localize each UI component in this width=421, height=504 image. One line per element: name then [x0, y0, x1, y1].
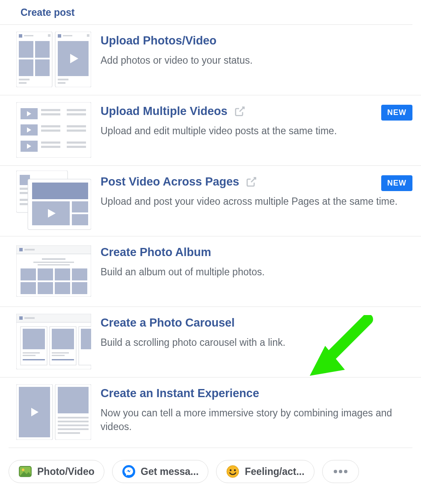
option-upload-photos-video[interactable]: Upload Photos/Video Add photos or video … [0, 25, 421, 95]
svg-rect-51 [19, 248, 23, 251]
option-create-instant-experience[interactable]: Create an Instant Experience Now you can… [0, 377, 421, 448]
svg-rect-66 [19, 316, 23, 320]
svg-rect-16 [58, 79, 68, 80]
svg-rect-9 [19, 82, 27, 84]
svg-rect-88 [58, 421, 89, 422]
photo-icon [18, 465, 32, 478]
pill-get-messages[interactable]: Get messa... [112, 460, 209, 483]
option-upload-multiple-videos[interactable]: Upload Multiple Videos Upload and edit m… [0, 95, 421, 166]
svg-rect-47 [72, 201, 88, 212]
svg-rect-76 [52, 355, 65, 356]
footer-pills: Photo/Video Get messa... Fe [0, 451, 421, 483]
option-create-photo-album[interactable]: Create Photo Album Build an album out of… [0, 236, 421, 307]
svg-rect-55 [38, 264, 70, 265]
external-link-icon [245, 176, 257, 188]
option-desc: Add photos or video to your status. [101, 53, 412, 67]
svg-rect-44 [32, 183, 88, 199]
svg-rect-2 [24, 35, 33, 36]
svg-rect-36 [67, 146, 86, 148]
post-options-list: Upload Photos/Video Add photos or video … [0, 25, 421, 448]
svg-rect-86 [58, 387, 89, 413]
option-desc: Upload and post your video across multip… [101, 195, 412, 208]
svg-rect-67 [24, 317, 35, 319]
svg-rect-41 [20, 199, 28, 201]
thumb-multiple-videos [16, 102, 91, 158]
pill-label: Feeling/act... [245, 466, 304, 477]
svg-rect-90 [58, 428, 89, 430]
svg-rect-11 [58, 34, 61, 38]
svg-rect-33 [41, 141, 60, 144]
svg-rect-79 [81, 329, 91, 349]
thumb-crosspost [16, 173, 91, 228]
svg-rect-24 [67, 113, 86, 115]
svg-rect-8 [19, 79, 30, 80]
svg-rect-89 [58, 424, 89, 426]
svg-rect-87 [58, 417, 89, 419]
option-title: Create Photo Album [101, 246, 211, 259]
pill-more[interactable] [322, 460, 359, 483]
pill-label: Photo/Video [37, 466, 95, 477]
create-post-header[interactable]: Create post [0, 0, 412, 25]
ellipsis-icon [334, 470, 347, 473]
svg-rect-22 [41, 113, 60, 115]
external-link-icon [234, 106, 246, 118]
svg-rect-35 [67, 141, 86, 144]
svg-rect-29 [67, 125, 86, 127]
svg-rect-28 [41, 130, 60, 132]
pill-label: Get messa... [141, 466, 199, 477]
svg-rect-6 [19, 59, 33, 76]
svg-rect-52 [24, 249, 35, 251]
new-badge: NEW [381, 105, 412, 121]
option-post-video-across-pages[interactable]: Post Video Across Pages Upload and post … [0, 166, 421, 236]
option-title: Create a Photo Carousel [101, 316, 235, 330]
svg-rect-61 [38, 282, 53, 294]
svg-point-94 [22, 469, 24, 471]
svg-rect-74 [52, 329, 74, 349]
svg-rect-77 [52, 359, 74, 360]
svg-rect-59 [72, 268, 87, 280]
option-title: Upload Photos/Video [101, 34, 216, 47]
svg-rect-60 [21, 282, 36, 294]
svg-rect-13 [87, 34, 89, 37]
svg-rect-27 [41, 125, 60, 127]
smiley-icon [226, 465, 240, 478]
option-desc: Build an album out of multiple photos. [101, 265, 412, 279]
svg-rect-70 [23, 352, 40, 354]
header-title: Create post [21, 7, 75, 18]
option-desc: Upload and edit multiple video posts at … [101, 124, 412, 138]
svg-point-96 [227, 466, 239, 477]
svg-rect-34 [41, 146, 60, 148]
svg-rect-71 [23, 355, 36, 356]
pill-feeling-activity[interactable]: Feeling/act... [216, 460, 314, 483]
svg-rect-62 [55, 282, 70, 294]
svg-rect-69 [23, 329, 45, 349]
svg-rect-48 [72, 214, 88, 225]
svg-marker-81 [310, 346, 345, 376]
option-desc: Now you can tell a more immersive story … [101, 406, 412, 433]
option-create-photo-carousel[interactable]: Create a Photo Carousel Build a scrollin… [0, 307, 421, 377]
svg-rect-21 [41, 109, 60, 111]
svg-rect-7 [35, 59, 50, 76]
svg-rect-17 [58, 82, 65, 84]
messenger-icon [122, 465, 136, 478]
thumb-album [16, 243, 91, 299]
svg-rect-75 [52, 352, 69, 354]
option-title: Create an Instant Experience [101, 387, 259, 400]
svg-rect-3 [48, 34, 50, 37]
svg-point-98 [234, 469, 236, 471]
svg-rect-63 [72, 282, 87, 294]
thumb-carousel [16, 314, 91, 369]
new-badge: NEW [381, 175, 412, 191]
thumb-instant-experience [16, 384, 91, 440]
option-title: Upload Multiple Videos [101, 105, 228, 118]
option-desc: Build a scrolling photo carousel with a … [101, 336, 412, 349]
svg-rect-23 [67, 109, 86, 111]
pill-photo-video[interactable]: Photo/Video [9, 460, 104, 483]
svg-rect-54 [33, 262, 74, 263]
svg-rect-4 [19, 41, 33, 58]
svg-rect-91 [58, 432, 80, 434]
svg-rect-1 [19, 34, 22, 38]
thumb-photos-video [16, 32, 91, 87]
svg-rect-53 [42, 258, 65, 260]
svg-rect-56 [21, 268, 36, 280]
